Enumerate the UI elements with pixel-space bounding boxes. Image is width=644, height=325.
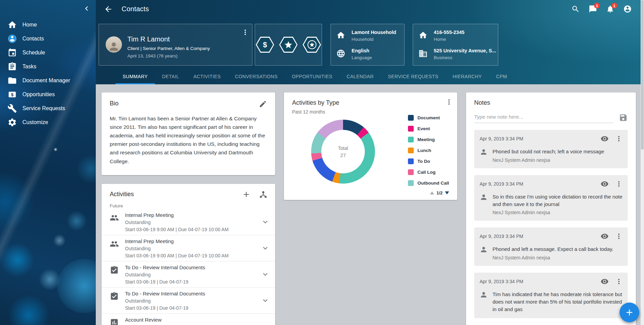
note-author: NexJ System Admin nexjsa [493, 157, 604, 163]
sidebar-item-label: Schedule [22, 50, 45, 56]
search-icon[interactable] [571, 5, 580, 13]
page-scrollbar[interactable] [641, 0, 644, 325]
star-badge[interactable] [279, 37, 298, 53]
sidebar-item-tasks[interactable]: Tasks [0, 59, 96, 73]
phone-number: 416-555-2345 [434, 30, 464, 35]
note-body: Tim has indicated that he has moderate r… [480, 291, 623, 313]
sidebar-nav: HomeContactsScheduleTasksDocument Manage… [0, 0, 96, 129]
activity-item[interactable]: To Do - Review Internal DocumentsOutstan… [102, 261, 275, 288]
tab-activities[interactable]: ACTIVITIES [186, 69, 228, 84]
bio-title: Bio [110, 100, 119, 107]
save-note-button[interactable] [619, 113, 628, 122]
sidebar-item-label: Service Requests [22, 105, 65, 112]
note-menu-button[interactable] [615, 135, 623, 143]
legend-item: To Do [408, 158, 449, 165]
note-menu-button[interactable] [615, 180, 623, 188]
sidebar-item-customize[interactable]: Customize [0, 115, 96, 129]
note-timestamp: Apr 9, 2019 3:34 PM [480, 181, 523, 187]
note-item: Apr 9, 2019 3:34 PMSo in this case I'm u… [474, 175, 628, 221]
column-right: Notes Apr 9, 2019 3:34 PMPhoned but coul… [466, 92, 636, 325]
scrollbar-thumb[interactable] [641, 0, 644, 150]
star-circle-badge[interactable] [303, 37, 321, 53]
chart-menu-button[interactable] [445, 98, 453, 106]
calendar-icon [7, 48, 17, 57]
address-row[interactable]: 525 University Avenue, S... Business [418, 48, 496, 60]
activity-item[interactable]: Internal Prep MeetingOutstandingStart 03… [102, 209, 275, 235]
tab-summary[interactable]: SUMMARY [115, 69, 155, 84]
tab-conversations[interactable]: CONVERSATIONS [228, 69, 285, 84]
activity-dates: Start 03-06-19 | Due 04-07-19 [125, 305, 205, 311]
activity-dates: Start 03-06-19 9:00 AM | Due 04-07-19 10… [125, 227, 229, 232]
note-menu-button[interactable] [615, 232, 623, 240]
note-body: Phoned and left a message. Expect a call… [480, 245, 623, 260]
tab-detail[interactable]: DETAIL [155, 69, 186, 84]
activity-item-text: Internal Prep MeetingOutstandingStart 03… [125, 212, 229, 232]
visibility-icon[interactable] [601, 277, 609, 286]
dollar-badge[interactable]: $ [256, 37, 274, 53]
note-header: Apr 9, 2019 3:34 PM [480, 180, 623, 188]
star-icon [284, 40, 293, 49]
activity-item-text: To Do - Review Internal DocumentsOutstan… [125, 291, 205, 311]
legend-page-up-icon[interactable] [430, 191, 434, 194]
note-menu-button[interactable] [615, 277, 623, 286]
donut-total-value: 27 [340, 152, 346, 158]
activity-status: Outstanding [125, 298, 205, 304]
column-middle: Activities by Type Past 12 months Total … [284, 92, 457, 325]
activity-item[interactable]: Internal Prep MeetingOutstandingStart 03… [102, 235, 275, 261]
language-row[interactable]: English Language [336, 48, 372, 60]
activity-item[interactable]: Account ReviewOutstandingStart 24-05-19 … [102, 314, 275, 325]
task-icon [110, 266, 119, 275]
tab-calendar[interactable]: CALENDAR [340, 69, 381, 84]
back-button[interactable] [104, 5, 113, 14]
hierarchy-button[interactable] [259, 190, 268, 199]
household-label: Household [352, 37, 396, 42]
profile-menu-button[interactable] [241, 28, 249, 36]
edit-bio-button[interactable] [259, 100, 267, 108]
chevron-down-icon[interactable] [261, 296, 270, 305]
legend-pager: 1/2 [430, 190, 449, 195]
legend-item: Meeting [408, 136, 449, 143]
sidebar-item-contacts[interactable]: Contacts [0, 32, 96, 46]
legend-swatch [408, 148, 414, 153]
sidebar-item-service-requests[interactable]: Service Requests [0, 101, 96, 115]
account-icon[interactable] [623, 5, 632, 13]
tab-service-requests[interactable]: SERVICE REQUESTS [381, 69, 446, 84]
visibility-icon[interactable] [601, 180, 609, 188]
sidebar-item-schedule[interactable]: Schedule [0, 46, 96, 59]
visibility-icon[interactable] [601, 135, 609, 143]
activity-item-text: To Do - Review Internal DocumentsOutstan… [125, 264, 205, 285]
activity-item[interactable]: To Do - Review Internal DocumentsOutstan… [102, 288, 275, 314]
activity-item-text: Account ReviewOutstandingStart 24-05-19 … [125, 317, 189, 325]
chevron-down-icon[interactable] [261, 322, 270, 325]
sidebar-item-document-manager[interactable]: Document Manager [0, 73, 96, 87]
note-actions [601, 180, 623, 188]
tab-cpm[interactable]: CPM [489, 69, 514, 84]
person-icon [480, 245, 488, 254]
legend-page-indicator: 1/2 [436, 190, 443, 195]
new-note-input[interactable] [474, 112, 613, 123]
chevron-down-icon[interactable] [261, 244, 270, 253]
chat-icon[interactable]: 1 [589, 5, 597, 13]
person-icon [480, 291, 488, 299]
notifications-bell-icon[interactable]: 1 [606, 5, 614, 13]
tab-opportunities[interactable]: OPPORTUNITIES [285, 69, 339, 84]
sidebar-item-home[interactable]: Home [0, 18, 96, 32]
legend-page-down-icon[interactable] [445, 191, 449, 194]
plus-icon [624, 307, 634, 318]
add-activity-button[interactable] [242, 190, 251, 199]
chevron-down-icon[interactable] [261, 218, 270, 226]
visibility-icon[interactable] [601, 232, 609, 240]
donut-center-label: Total [338, 146, 348, 151]
sidebar-item-label: Document Manager [22, 78, 70, 84]
app-bar-actions: 1 1 [571, 5, 637, 13]
legend-item: Document [408, 114, 449, 121]
tab-hierarchy[interactable]: HIERARCHY [446, 69, 489, 84]
phone-row[interactable]: 416-555-2345 Home [418, 30, 464, 42]
chevron-down-icon[interactable] [261, 270, 270, 279]
fab-add-button[interactable] [620, 303, 639, 322]
household-row[interactable]: Lamont Household Household [336, 30, 396, 42]
wrench-icon [7, 104, 17, 113]
sidebar-collapse-button[interactable] [82, 4, 91, 13]
sidebar-item-opportunities[interactable]: Opportunities [0, 87, 96, 101]
globe-icon [336, 49, 345, 58]
